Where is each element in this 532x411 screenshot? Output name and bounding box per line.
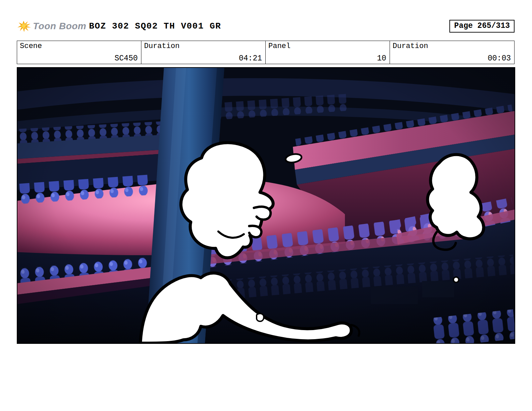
document-title: BOZ 302 SQ02 TH V001 GR [89, 21, 221, 31]
white-speck-right [453, 277, 459, 282]
logo-text: Toon Boom [33, 21, 86, 32]
scene-label: Scene [20, 42, 42, 50]
header: Toon Boom BOZ 302 SQ02 TH V001 GR Page 2… [17, 18, 515, 34]
storyboard-panel-frame [17, 67, 515, 344]
storyboard-sheet: Toon Boom BOZ 302 SQ02 TH V001 GR Page 2… [0, 0, 532, 411]
page-number-box: Page 265/313 [449, 20, 515, 33]
panel-duration-cell: Duration 00:03 [390, 41, 514, 64]
panel-cell: Panel 10 [266, 41, 390, 64]
logo-star-icon [17, 19, 31, 33]
toonboom-logo: Toon Boom [17, 19, 86, 33]
scene-cell: Scene SC450 [17, 41, 141, 64]
scene-value: SC450 [115, 54, 138, 63]
scene-duration-value: 04:21 [239, 54, 262, 63]
white-speck-centre [257, 314, 264, 321]
info-table: Scene SC450 Duration 04:21 Panel 10 Dura… [17, 41, 515, 64]
scene-duration-label: Duration [144, 42, 180, 50]
panel-duration-value: 00:03 [488, 54, 511, 63]
scene-duration-cell: Duration 04:21 [141, 41, 266, 64]
panel-value: 10 [377, 54, 386, 63]
panel-duration-label: Duration [393, 42, 428, 50]
storyboard-image [17, 68, 515, 343]
panel-label: Panel [268, 42, 291, 50]
